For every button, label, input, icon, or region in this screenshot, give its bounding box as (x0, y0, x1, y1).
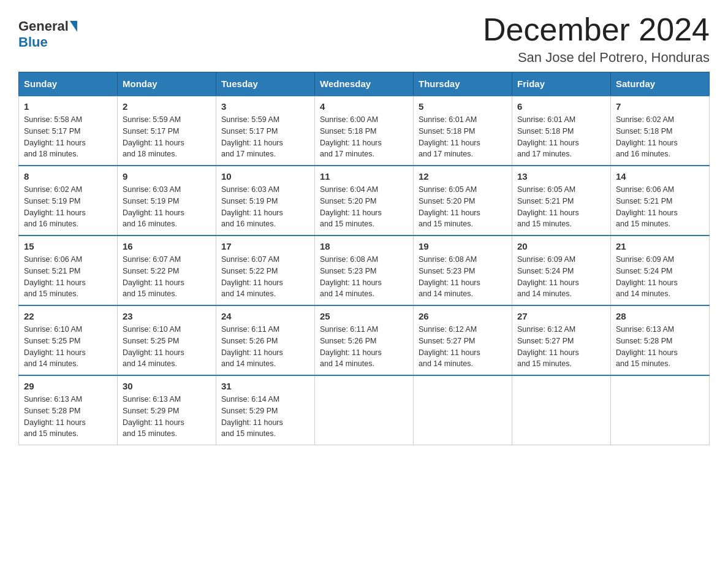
day-number: 23 (123, 311, 211, 321)
table-row: 17 Sunrise: 6:07 AMSunset: 5:22 PMDaylig… (216, 236, 315, 305)
calendar-week-row: 1 Sunrise: 5:58 AMSunset: 5:17 PMDayligh… (19, 96, 710, 166)
day-info: Sunrise: 6:05 AMSunset: 5:20 PMDaylight:… (419, 184, 507, 230)
day-info: Sunrise: 6:01 AMSunset: 5:18 PMDaylight:… (517, 114, 605, 160)
calendar-header-row: Sunday Monday Tuesday Wednesday Thursday… (19, 72, 710, 96)
table-row: 11 Sunrise: 6:04 AMSunset: 5:20 PMDaylig… (315, 166, 414, 236)
logo-general-text: General (18, 18, 69, 34)
day-number: 20 (517, 241, 605, 251)
table-row: 19 Sunrise: 6:08 AMSunset: 5:23 PMDaylig… (414, 236, 512, 305)
day-number: 17 (221, 241, 309, 251)
day-info: Sunrise: 6:07 AMSunset: 5:22 PMDaylight:… (221, 254, 309, 300)
table-row: 8 Sunrise: 6:02 AMSunset: 5:19 PMDayligh… (19, 166, 118, 236)
day-number: 30 (123, 381, 211, 391)
day-info: Sunrise: 6:02 AMSunset: 5:19 PMDaylight:… (24, 184, 112, 230)
logo-blue-text: Blue (18, 34, 48, 50)
day-number: 8 (24, 171, 112, 182)
day-number: 2 (123, 101, 211, 112)
table-row: 10 Sunrise: 6:03 AMSunset: 5:19 PMDaylig… (216, 166, 315, 236)
day-info: Sunrise: 6:10 AMSunset: 5:25 PMDaylight:… (123, 324, 211, 370)
day-info: Sunrise: 6:11 AMSunset: 5:26 PMDaylight:… (221, 324, 309, 370)
day-info: Sunrise: 5:59 AMSunset: 5:17 PMDaylight:… (221, 114, 309, 160)
table-row: 12 Sunrise: 6:05 AMSunset: 5:20 PMDaylig… (414, 166, 512, 236)
day-number: 24 (221, 311, 309, 321)
table-row: 23 Sunrise: 6:10 AMSunset: 5:25 PMDaylig… (118, 305, 216, 375)
table-row (315, 375, 414, 445)
day-info: Sunrise: 6:08 AMSunset: 5:23 PMDaylight:… (419, 254, 507, 300)
month-title: December 2024 (483, 12, 710, 47)
table-row: 31 Sunrise: 6:14 AMSunset: 5:29 PMDaylig… (216, 375, 315, 445)
table-row: 13 Sunrise: 6:05 AMSunset: 5:21 PMDaylig… (512, 166, 611, 236)
day-info: Sunrise: 6:13 AMSunset: 5:28 PMDaylight:… (24, 394, 112, 440)
day-number: 25 (320, 311, 408, 321)
day-number: 6 (517, 101, 605, 112)
day-info: Sunrise: 6:13 AMSunset: 5:29 PMDaylight:… (123, 394, 211, 440)
logo-arrow-icon (70, 21, 77, 32)
day-number: 29 (24, 381, 112, 391)
table-row: 7 Sunrise: 6:02 AMSunset: 5:18 PMDayligh… (611, 96, 710, 166)
day-number: 21 (616, 241, 704, 251)
col-thursday: Thursday (414, 72, 512, 96)
table-row: 3 Sunrise: 5:59 AMSunset: 5:17 PMDayligh… (216, 96, 315, 166)
calendar-table: Sunday Monday Tuesday Wednesday Thursday… (18, 72, 710, 445)
day-info: Sunrise: 6:09 AMSunset: 5:24 PMDaylight:… (616, 254, 704, 300)
day-number: 4 (320, 101, 408, 112)
calendar-week-row: 15 Sunrise: 6:06 AMSunset: 5:21 PMDaylig… (19, 236, 710, 305)
day-number: 14 (616, 171, 704, 182)
day-info: Sunrise: 6:09 AMSunset: 5:24 PMDaylight:… (517, 254, 605, 300)
table-row: 21 Sunrise: 6:09 AMSunset: 5:24 PMDaylig… (611, 236, 710, 305)
table-row (611, 375, 710, 445)
table-row (414, 375, 512, 445)
day-number: 11 (320, 171, 408, 182)
table-row: 4 Sunrise: 6:00 AMSunset: 5:18 PMDayligh… (315, 96, 414, 166)
day-number: 1 (24, 101, 112, 112)
day-info: Sunrise: 5:58 AMSunset: 5:17 PMDaylight:… (24, 114, 112, 160)
calendar-week-row: 8 Sunrise: 6:02 AMSunset: 5:19 PMDayligh… (19, 166, 710, 236)
table-row: 2 Sunrise: 5:59 AMSunset: 5:17 PMDayligh… (118, 96, 216, 166)
calendar-week-row: 22 Sunrise: 6:10 AMSunset: 5:25 PMDaylig… (19, 305, 710, 375)
table-row: 9 Sunrise: 6:03 AMSunset: 5:19 PMDayligh… (118, 166, 216, 236)
day-number: 3 (221, 101, 309, 112)
day-number: 19 (419, 241, 507, 251)
table-row: 29 Sunrise: 6:13 AMSunset: 5:28 PMDaylig… (19, 375, 118, 445)
day-info: Sunrise: 6:06 AMSunset: 5:21 PMDaylight:… (24, 254, 112, 300)
table-row: 5 Sunrise: 6:01 AMSunset: 5:18 PMDayligh… (414, 96, 512, 166)
table-row: 6 Sunrise: 6:01 AMSunset: 5:18 PMDayligh… (512, 96, 611, 166)
table-row: 20 Sunrise: 6:09 AMSunset: 5:24 PMDaylig… (512, 236, 611, 305)
table-row: 1 Sunrise: 5:58 AMSunset: 5:17 PMDayligh… (19, 96, 118, 166)
day-info: Sunrise: 6:02 AMSunset: 5:18 PMDaylight:… (616, 114, 704, 160)
day-number: 28 (616, 311, 704, 321)
day-info: Sunrise: 6:03 AMSunset: 5:19 PMDaylight:… (123, 184, 211, 230)
day-info: Sunrise: 6:12 AMSunset: 5:27 PMDaylight:… (419, 324, 507, 370)
col-monday: Monday (118, 72, 216, 96)
day-number: 12 (419, 171, 507, 182)
col-tuesday: Tuesday (216, 72, 315, 96)
day-info: Sunrise: 6:07 AMSunset: 5:22 PMDaylight:… (123, 254, 211, 300)
day-info: Sunrise: 6:12 AMSunset: 5:27 PMDaylight:… (517, 324, 605, 370)
day-info: Sunrise: 6:01 AMSunset: 5:18 PMDaylight:… (419, 114, 507, 160)
table-row: 14 Sunrise: 6:06 AMSunset: 5:21 PMDaylig… (611, 166, 710, 236)
day-number: 31 (221, 381, 309, 391)
table-row: 16 Sunrise: 6:07 AMSunset: 5:22 PMDaylig… (118, 236, 216, 305)
day-info: Sunrise: 6:03 AMSunset: 5:19 PMDaylight:… (221, 184, 309, 230)
day-info: Sunrise: 5:59 AMSunset: 5:17 PMDaylight:… (123, 114, 211, 160)
day-info: Sunrise: 6:08 AMSunset: 5:23 PMDaylight:… (320, 254, 408, 300)
day-info: Sunrise: 6:11 AMSunset: 5:26 PMDaylight:… (320, 324, 408, 370)
day-number: 16 (123, 241, 211, 251)
title-block: December 2024 San Jose del Potrero, Hond… (483, 12, 710, 66)
calendar-week-row: 29 Sunrise: 6:13 AMSunset: 5:28 PMDaylig… (19, 375, 710, 445)
location-title: San Jose del Potrero, Honduras (483, 50, 710, 66)
day-info: Sunrise: 6:13 AMSunset: 5:28 PMDaylight:… (616, 324, 704, 370)
day-number: 13 (517, 171, 605, 182)
day-info: Sunrise: 6:10 AMSunset: 5:25 PMDaylight:… (24, 324, 112, 370)
day-number: 10 (221, 171, 309, 182)
day-info: Sunrise: 6:04 AMSunset: 5:20 PMDaylight:… (320, 184, 408, 230)
day-number: 26 (419, 311, 507, 321)
table-row: 22 Sunrise: 6:10 AMSunset: 5:25 PMDaylig… (19, 305, 118, 375)
table-row: 27 Sunrise: 6:12 AMSunset: 5:27 PMDaylig… (512, 305, 611, 375)
col-wednesday: Wednesday (315, 72, 414, 96)
table-row: 30 Sunrise: 6:13 AMSunset: 5:29 PMDaylig… (118, 375, 216, 445)
table-row: 15 Sunrise: 6:06 AMSunset: 5:21 PMDaylig… (19, 236, 118, 305)
col-sunday: Sunday (19, 72, 118, 96)
day-info: Sunrise: 6:00 AMSunset: 5:18 PMDaylight:… (320, 114, 408, 160)
table-row: 25 Sunrise: 6:11 AMSunset: 5:26 PMDaylig… (315, 305, 414, 375)
